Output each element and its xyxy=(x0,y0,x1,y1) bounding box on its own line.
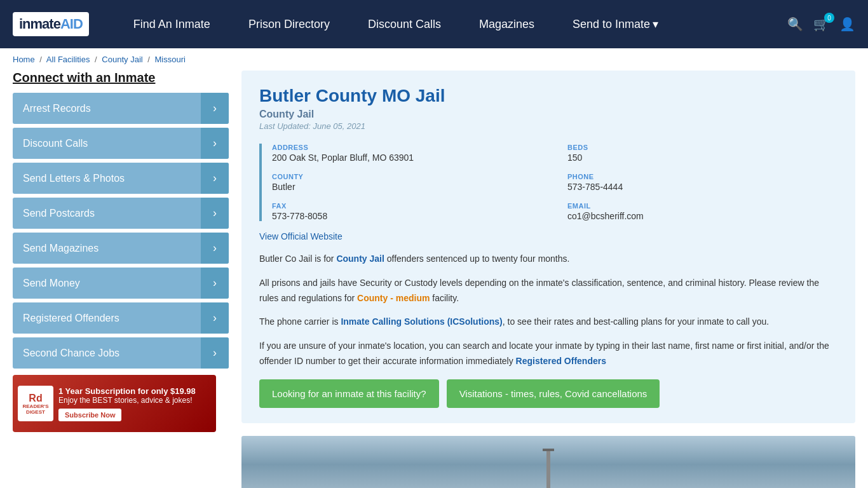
nav-magazines[interactable]: Magazines xyxy=(460,18,553,31)
sidebar-item-send-magazines[interactable]: Send Magazines › xyxy=(13,233,229,264)
phone-field: PHONE 573-785-4444 xyxy=(567,173,837,192)
facility-title: Butler County MO Jail xyxy=(259,86,837,106)
email-field: EMAIL co1@bcsheriff.com xyxy=(567,202,837,221)
breadcrumb-all-facilities[interactable]: All Facilities xyxy=(46,55,90,64)
chevron-right-icon: › xyxy=(201,198,229,229)
fax-field: FAX 573-778-8058 xyxy=(272,202,542,221)
sidebar-item-registered-offenders[interactable]: Registered Offenders › xyxy=(13,302,229,334)
beds-field: BEDS 150 xyxy=(567,144,837,163)
breadcrumb-county-jail[interactable]: County Jail xyxy=(102,55,142,64)
sidebar-item-discount-calls[interactable]: Discount Calls › xyxy=(13,128,229,159)
facility-subtitle: County Jail xyxy=(259,109,837,120)
breadcrumb: Home / All Facilities / County Jail / Mi… xyxy=(0,48,868,71)
registered-offenders-link[interactable]: Registered Offenders xyxy=(516,356,606,366)
county-jail-link[interactable]: County Jail xyxy=(336,254,384,264)
subscribe-button[interactable]: Subscribe Now xyxy=(58,409,121,421)
main-container: Connect with an Inmate Arrest Records › … xyxy=(0,71,868,488)
nav-links: Find An Inmate Prison Directory Discount… xyxy=(114,17,787,31)
facility-image xyxy=(241,436,855,488)
navigation: inmateAID Find An Inmate Prison Director… xyxy=(0,0,868,48)
content-area: Butler County MO Jail County Jail Last U… xyxy=(241,71,855,488)
visitations-button[interactable]: Visitations - times, rules, Covid cancel… xyxy=(447,379,660,408)
sidebar-item-send-letters[interactable]: Send Letters & Photos › xyxy=(13,163,229,194)
logo[interactable]: inmateAID xyxy=(13,12,89,36)
chevron-right-icon: › xyxy=(201,233,229,264)
action-buttons: Looking for an inmate at this facility? … xyxy=(259,379,837,408)
facility-details: ADDRESS 200 Oak St, Poplar Bluff, MO 639… xyxy=(259,144,837,221)
nav-find-inmate[interactable]: Find An Inmate xyxy=(114,18,229,31)
icsolutions-link[interactable]: Inmate Calling Solutions (ICSolutions) xyxy=(341,316,502,327)
nav-send-to-inmate[interactable]: Send to Inmate ▾ xyxy=(553,17,677,31)
account-icon: 👤 xyxy=(839,17,855,31)
chevron-right-icon: › xyxy=(201,93,229,124)
dropdown-arrow-icon: ▾ xyxy=(653,17,658,31)
cart-button[interactable]: 🛒 0 xyxy=(813,17,829,32)
chevron-right-icon: › xyxy=(201,302,229,334)
nav-icon-group: 🔍 🛒 0 👤 xyxy=(787,17,855,32)
search-button[interactable]: 🔍 xyxy=(787,17,803,32)
account-button[interactable]: 👤 xyxy=(839,17,855,32)
breadcrumb-state[interactable]: Missouri xyxy=(155,55,186,64)
sidebar-item-second-chance-jobs[interactable]: Second Chance Jobs › xyxy=(13,337,229,369)
facility-card: Butler County MO Jail County Jail Last U… xyxy=(241,71,855,423)
sidebar-title: Connect with an Inmate xyxy=(13,71,229,85)
sidebar-item-send-postcards[interactable]: Send Postcards › xyxy=(13,198,229,229)
tower-decoration xyxy=(546,449,550,488)
official-website-link[interactable]: View Official Website xyxy=(259,231,342,241)
address-field: ADDRESS 200 Oak St, Poplar Bluff, MO 639… xyxy=(272,144,542,163)
chevron-right-icon: › xyxy=(201,128,229,159)
chevron-right-icon: › xyxy=(201,268,229,299)
search-icon: 🔍 xyxy=(787,17,803,31)
facility-description: Butler Co Jail is for County Jail offend… xyxy=(259,252,837,369)
facility-last-updated: Last Updated: June 05, 2021 xyxy=(259,121,837,131)
nav-prison-directory[interactable]: Prison Directory xyxy=(229,18,349,31)
chevron-right-icon: › xyxy=(201,337,229,369)
find-inmate-button[interactable]: Looking for an inmate at this facility? xyxy=(259,379,439,408)
sidebar-item-arrest-records[interactable]: Arrest Records › xyxy=(13,93,229,124)
chevron-right-icon: › xyxy=(201,163,229,194)
sidebar: Connect with an Inmate Arrest Records › … xyxy=(13,71,229,432)
nav-discount-calls[interactable]: Discount Calls xyxy=(349,18,460,31)
breadcrumb-home[interactable]: Home xyxy=(13,55,35,64)
county-medium-link[interactable]: County - medium xyxy=(357,293,430,303)
county-field: COUNTY Butler xyxy=(272,173,542,192)
readers-digest-ad[interactable]: Rd READER'SDIGEST 1 Year Subscription fo… xyxy=(13,375,216,432)
cart-badge: 0 xyxy=(824,13,834,23)
sidebar-item-send-money[interactable]: Send Money › xyxy=(13,268,229,299)
